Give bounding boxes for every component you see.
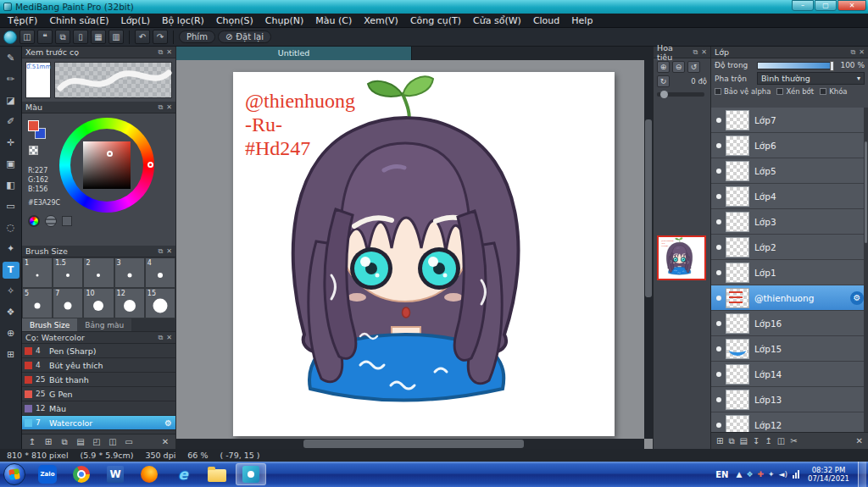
tray-app-icon-2[interactable]: ✚: [757, 470, 764, 479]
layer-row[interactable]: Lớp2 ⚙: [711, 235, 868, 260]
wheel-mode-icon[interactable]: [28, 215, 40, 227]
layer-row[interactable]: Lớp1 ⚙: [711, 260, 868, 285]
save-icon[interactable]: ◫: [19, 30, 35, 44]
workspace[interactable]: [176, 60, 644, 439]
menu-item[interactable]: Màu (C): [309, 14, 358, 28]
material-icon[interactable]: ▥: [108, 30, 124, 44]
list-icon[interactable]: ▤: [75, 437, 86, 446]
brush-row[interactable]: 4 Bút yêu thích ⚙: [22, 358, 175, 373]
visibility-dot[interactable]: [714, 296, 724, 301]
export-icon[interactable]: ↥: [26, 437, 38, 446]
popout-icon[interactable]: ⧉: [693, 47, 698, 58]
grid-icon[interactable]: ▦: [91, 30, 106, 44]
visibility-dot[interactable]: [714, 169, 724, 174]
vertical-scrollbar[interactable]: [644, 60, 653, 439]
duplicate-brush-icon[interactable]: ⧉: [58, 437, 70, 447]
language-indicator[interactable]: EN: [713, 470, 731, 479]
eyedropper-tool[interactable]: ✧: [3, 283, 19, 300]
scrollbar-thumb[interactable]: [303, 440, 524, 448]
brush-size-cell[interactable]: 5: [22, 288, 53, 318]
clipping-checkbox[interactable]: Xén bớt: [776, 87, 814, 96]
tray-app-icon-1[interactable]: ❖: [746, 470, 753, 479]
show-desktop-button[interactable]: [858, 462, 866, 487]
brush-size-cell[interactable]: 1.5: [53, 257, 83, 288]
pencil-tool[interactable]: ✏: [3, 71, 19, 88]
menu-item[interactable]: Chọn(S): [210, 14, 259, 28]
merge-down-icon[interactable]: ↧: [753, 436, 760, 445]
navigator-zoom-slider[interactable]: [657, 92, 704, 97]
divide-tool[interactable]: ⊞: [3, 346, 19, 363]
clipboard-icon[interactable]: ◫: [777, 436, 785, 445]
start-button[interactable]: [3, 463, 25, 485]
menu-item[interactable]: Xem(V): [358, 14, 404, 28]
zoom-in-button[interactable]: ⊕: [657, 61, 670, 73]
brush-size-cell[interactable]: 3: [114, 257, 145, 288]
close-icon[interactable]: ✕: [166, 47, 172, 58]
layer-row[interactable]: Lớp16 ⚙: [711, 311, 868, 336]
foreground-color-swatch[interactable]: [28, 120, 39, 131]
layer-row[interactable]: Lớp6 ⚙: [711, 133, 868, 158]
gradient-tool[interactable]: ◧: [3, 177, 19, 194]
visibility-dot[interactable]: [714, 270, 724, 275]
brush-size-cell[interactable]: 7: [53, 288, 83, 318]
layer-row[interactable]: Lớp5 ⚙: [711, 158, 868, 184]
menu-item[interactable]: Cloud: [527, 14, 565, 28]
delete-layer-icon[interactable]: ✕: [856, 436, 863, 445]
sv-indicator[interactable]: [107, 151, 113, 157]
maximize-button[interactable]: ▢: [815, 0, 837, 11]
marquee-tool[interactable]: ▭: [3, 198, 19, 215]
layer-list-scrollbar[interactable]: [864, 108, 868, 432]
close-icon[interactable]: ✕: [859, 47, 865, 58]
lasso-tool[interactable]: ◌: [3, 219, 19, 236]
brush-size-cell[interactable]: 4: [145, 257, 175, 288]
rotate-right-button[interactable]: ↻: [657, 75, 670, 87]
hidden-icons-arrow[interactable]: ▲: [736, 470, 742, 479]
brush-row[interactable]: 25 G Pen ⚙: [22, 387, 175, 401]
layer-row[interactable]: @thienhuong ⚙: [711, 285, 868, 311]
visibility-dot[interactable]: [714, 118, 724, 123]
taskbar-ie-icon[interactable]: e: [168, 463, 198, 485]
crop-icon[interactable]: ▭: [123, 437, 135, 446]
add-brush-icon[interactable]: ⊞: [42, 437, 54, 446]
brush-size-cell[interactable]: 15: [145, 288, 175, 318]
hue-indicator[interactable]: [147, 162, 153, 168]
popout-icon[interactable]: ⧉: [851, 47, 856, 58]
menu-item[interactable]: Chỉnh sửa(E): [43, 14, 114, 28]
comment-icon[interactable]: ❝: [37, 30, 53, 44]
move-up-icon[interactable]: ↥: [765, 436, 771, 445]
layer-folder-icon[interactable]: ▤: [740, 436, 748, 445]
layer-row[interactable]: Lớp7 ⚙: [711, 108, 868, 133]
tray-app-icon-3[interactable]: ✦: [768, 470, 775, 479]
brush-size-cell[interactable]: 12: [114, 288, 145, 318]
taskbar-word-icon[interactable]: W: [100, 463, 131, 485]
canvas-tab[interactable]: Untitled: [176, 47, 412, 60]
layer-row[interactable]: Lớp12 ⚙: [711, 412, 868, 432]
visibility-dot[interactable]: [714, 423, 724, 428]
visibility-dot[interactable]: [714, 143, 724, 148]
text-tool[interactable]: T: [3, 262, 19, 279]
visibility-dot[interactable]: [714, 245, 724, 250]
layer-settings-gear-icon[interactable]: ⚙: [850, 291, 864, 305]
layer-row[interactable]: Lớp3 ⚙: [711, 209, 868, 235]
layer-row[interactable]: Lớp4 ⚙: [711, 184, 868, 209]
alpha-protect-checkbox[interactable]: Bảo vệ alpha: [715, 87, 771, 96]
brush-size-cell[interactable]: 2: [83, 257, 114, 288]
menu-item[interactable]: Chụp(N): [259, 14, 309, 28]
speaker-icon[interactable]: ◄): [779, 470, 787, 479]
layer-row[interactable]: Lớp14 ⚙: [711, 362, 868, 387]
brush-row[interactable]: 25 Bút thanh ⚙: [22, 373, 175, 387]
menu-item[interactable]: Tệp(F): [2, 14, 43, 28]
visibility-dot[interactable]: [714, 194, 724, 199]
close-icon[interactable]: ✕: [701, 47, 707, 58]
close-icon[interactable]: ✕: [166, 332, 172, 344]
move-tool[interactable]: ✛: [3, 135, 19, 152]
menu-item[interactable]: Công cụ(T): [404, 14, 467, 28]
visibility-dot[interactable]: [714, 346, 724, 351]
tab-brush-size[interactable]: Brush Size: [22, 318, 77, 331]
fill-tool[interactable]: ▣: [3, 156, 19, 173]
menu-item[interactable]: Bộ lọc(R): [156, 14, 210, 28]
menu-item[interactable]: Help: [565, 14, 598, 28]
magic-wand-tool[interactable]: ✦: [3, 241, 19, 257]
pages-icon[interactable]: ⧉: [55, 30, 70, 44]
clock[interactable]: 08:32 PM 07/14/2021: [804, 466, 853, 483]
